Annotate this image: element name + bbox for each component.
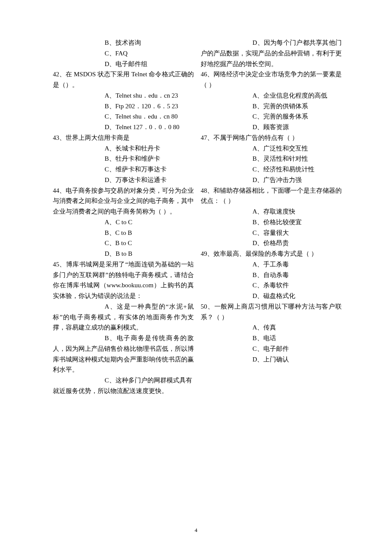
q43-option-c: C、维萨卡和万事达卡 xyxy=(53,164,194,175)
q45-option-b: B、电子商务是传统商务的敌人，因为网上产品销售价格比物理书店低，所以博库书城网这… xyxy=(53,333,194,375)
q50-option-c: C、电子邮件 xyxy=(201,344,342,354)
q44-option-d: D、B to B xyxy=(53,249,194,259)
q48-option-d: D、价格昂贵 xyxy=(201,238,342,249)
q45-option-c-cont: 就近服务优势，所以物流配送速度更快。 xyxy=(53,386,194,396)
q45-stem: 45、博库书城网是采用了“地面连锁为基础的一站多门户的互联网群”的独特电子商务模… xyxy=(53,259,194,301)
q48-option-b: B、价格比较便宜 xyxy=(201,217,342,228)
q44-option-b: B、C to B xyxy=(53,228,194,238)
q42-stem: 42、在 MSDOS 状态下采用 Telnet 命令格式正确的是（）。 xyxy=(53,69,194,90)
q49-stem: 49、效率最高、最保险的杀毒方式是（ ） xyxy=(201,249,342,259)
q43-option-b: B、牡丹卡和维萨卡 xyxy=(53,153,194,164)
q48-option-c: C、容量很大 xyxy=(201,228,342,238)
q41-option-b: B、技术咨询 xyxy=(53,38,194,48)
q46-option-c: C、完善的服务体系 xyxy=(201,111,342,122)
q46-stem: 46、网络经济中决定企业市场竞争力的第一要素是（ ） xyxy=(201,69,342,90)
q41-option-d: D、电子邮件组 xyxy=(53,59,194,69)
q45-option-c: C、这种多门户的网群模式具有 xyxy=(53,375,194,386)
page-number: 4 xyxy=(0,526,392,535)
q48-option-a: A、存取速度快 xyxy=(201,206,342,217)
q46-option-b: B、完善的供销体系 xyxy=(201,101,342,112)
q43-option-a: A、长城卡和牡丹卡 xyxy=(53,143,194,154)
q45-option-d: D、因为每个门户都共享其他门户的产品数据，实现产品的全品种营销，有利于更好地挖掘… xyxy=(201,38,342,69)
q50-option-a: A、传真 xyxy=(201,322,342,333)
q41-option-c: C、FAQ xyxy=(53,48,194,59)
q49-option-b: B、自动杀毒 xyxy=(201,270,342,280)
q45-option-a: A、这是一种典型的“水泥+鼠标”的电子商务模式，有实体的地面商务作为支撑，容易建… xyxy=(53,301,194,333)
q47-option-b: B、灵活性和针对性 xyxy=(201,153,342,164)
q48-stem: 48、和辅助存储器相比，下面哪一个是主存储器的优点：（ ） xyxy=(201,185,342,207)
q44-option-a: A、C to C xyxy=(53,217,194,228)
q47-option-a: A、广泛性和交互性 xyxy=(201,143,342,154)
q49-option-c: C、杀毒软件 xyxy=(201,280,342,291)
q42-option-a: A、Telnet shu．edu．cn 23 xyxy=(53,90,194,101)
q50-stem: 50、一般网上商店习惯用以下哪种方法与客户联系？（ ） xyxy=(201,301,342,323)
q46-option-a: A、企业信息化程度的高低 xyxy=(201,90,342,101)
q47-option-c: C、经济性和易统计性 xyxy=(201,164,342,175)
q44-stem: 44、电子商务按参与交易的对象分类，可分为企业与消费者之间和企业与企业之间的电子… xyxy=(53,185,194,217)
q42-option-c: C、Telnet shu．edu．cn 80 xyxy=(53,111,194,122)
q50-option-b: B、电话 xyxy=(201,333,342,344)
q42-option-d: D、Telnet 127．0．0．0 80 xyxy=(53,122,194,133)
q47-option-d: D、广告冲击力强 xyxy=(201,175,342,185)
q49-option-a: A、手工杀毒 xyxy=(201,259,342,270)
content-columns: B、技术咨询 C、FAQ D、电子邮件组 42、在 MSDOS 状态下采用 Te… xyxy=(53,38,342,404)
q50-option-d: D、上门确认 xyxy=(201,354,342,365)
q46-option-d: D、顾客资源 xyxy=(201,122,342,133)
q43-option-d: D、万事达卡和运通卡 xyxy=(53,175,194,185)
q49-option-d: D、磁盘格式化 xyxy=(201,291,342,301)
q42-option-b: B、Ftp 202．120．6．5 23 xyxy=(53,101,194,112)
q43-stem: 43、世界上两大信用卡商是 xyxy=(53,133,194,143)
q44-option-c: C、B to C xyxy=(53,238,194,249)
q47-stem: 47、不属于网络广告的特点有（ ） xyxy=(201,133,342,143)
page: B、技术咨询 C、FAQ D、电子邮件组 42、在 MSDOS 状态下采用 Te… xyxy=(0,0,392,555)
